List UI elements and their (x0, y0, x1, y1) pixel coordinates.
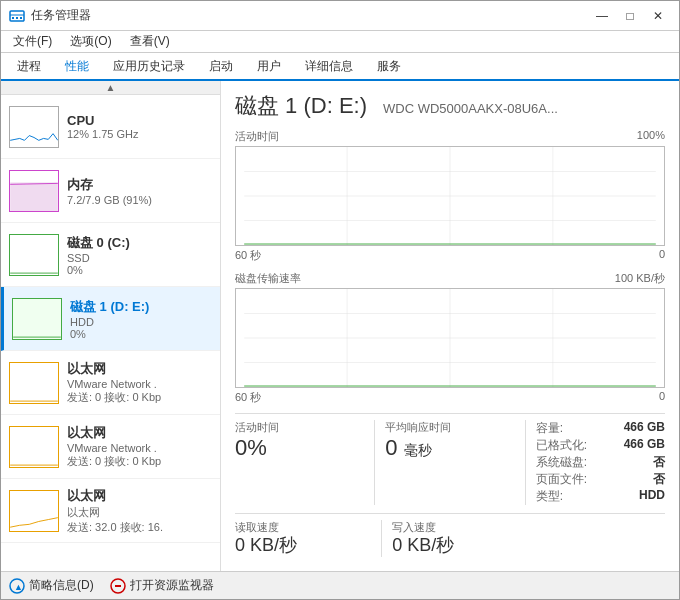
menu-view[interactable]: 查看(V) (122, 31, 178, 52)
net3-sub2: 发送: 32.0 接收: 16. (67, 520, 212, 535)
mem-info: 内存 7.2/7.9 GB (91%) (67, 176, 212, 206)
scroll-up-indicator[interactable]: ▲ (1, 81, 220, 95)
maximize-button[interactable]: □ (617, 6, 643, 26)
net1-info: 以太网 VMware Network . 发送: 0 接收: 0 Kbp (67, 360, 212, 405)
menu-options[interactable]: 选项(O) (62, 31, 119, 52)
net2-name: 以太网 (67, 424, 212, 442)
title-bar-left: 任务管理器 (9, 7, 91, 24)
activity-chart-footer: 60 秒 0 (235, 248, 665, 263)
system-label: 系统磁盘: (536, 454, 587, 471)
response-stat-label: 平均响应时间 (385, 420, 514, 435)
sidebar-item-net1[interactable]: 以太网 VMware Network . 发送: 0 接收: 0 Kbp (1, 351, 220, 415)
sidebar-item-disk1[interactable]: 磁盘 1 (D: E:) HDD 0% (1, 287, 220, 351)
net2-mini-chart (9, 426, 59, 468)
type-value: HDD (639, 488, 665, 505)
tab-startup[interactable]: 启动 (197, 54, 245, 81)
response-unit: 毫秒 (404, 442, 432, 458)
sidebar-item-memory[interactable]: 内存 7.2/7.9 GB (91%) (1, 159, 220, 223)
response-stat: 平均响应时间 0 毫秒 (374, 420, 514, 505)
disk0-name: 磁盘 0 (C:) (67, 234, 212, 252)
sidebar-item-net2[interactable]: 以太网 VMware Network . 发送: 0 接收: 0 Kbp (1, 415, 220, 479)
transfer-chart-section: 磁盘传输速率 100 KB/秒 (235, 271, 665, 405)
main-panel: 磁盘 1 (D: E:) WDC WD5000AAKX-08U6A... 活动时… (221, 81, 679, 571)
pagefile-value: 否 (653, 471, 665, 488)
content-area: ▲ CPU 12% 1.75 GHz (1, 81, 679, 571)
transfer-chart (235, 288, 665, 388)
monitor-label: 打开资源监视器 (130, 577, 214, 594)
activity-stat-value: 0% (235, 435, 364, 461)
tab-app-history[interactable]: 应用历史记录 (101, 54, 197, 81)
tab-details[interactable]: 详细信息 (293, 54, 365, 81)
formatted-value: 466 GB (624, 437, 665, 454)
type-label: 类型: (536, 488, 563, 505)
disk0-sub1: SSD (67, 252, 212, 264)
sidebar-item-net3[interactable]: 以太网 以太网 发送: 32.0 接收: 16. (1, 479, 220, 543)
net3-name: 以太网 (67, 487, 212, 505)
monitor-icon (110, 578, 126, 594)
svg-text:▲: ▲ (14, 582, 23, 592)
activity-chart (235, 146, 665, 246)
main-subtitle: WDC WD5000AAKX-08U6A... (383, 101, 558, 116)
menu-file[interactable]: 文件(F) (5, 31, 60, 52)
tab-process[interactable]: 进程 (5, 54, 53, 81)
net1-sub2: 发送: 0 接收: 0 Kbp (67, 390, 212, 405)
read-value: 0 KB/秒 (235, 535, 371, 557)
tab-users[interactable]: 用户 (245, 54, 293, 81)
mem-sub: 7.2/7.9 GB (91%) (67, 194, 212, 206)
net3-info: 以太网 以太网 发送: 32.0 接收: 16. (67, 487, 212, 535)
activity-label: 活动时间 (235, 129, 279, 144)
svg-rect-3 (16, 17, 18, 19)
title-bar: 任务管理器 — □ ✕ (1, 1, 679, 31)
close-button[interactable]: ✕ (645, 6, 671, 26)
write-value: 0 KB/秒 (392, 535, 528, 557)
cpu-mini-chart (9, 106, 59, 148)
activity-time: 60 秒 (235, 248, 261, 263)
disk1-sub1: HDD (70, 316, 212, 328)
transfer-max: 100 KB/秒 (615, 271, 665, 286)
transfer-chart-footer: 60 秒 0 (235, 390, 665, 405)
disk1-info: 磁盘 1 (D: E:) HDD 0% (70, 298, 212, 340)
title-controls: — □ ✕ (589, 6, 671, 26)
disk0-mini-chart (9, 234, 59, 276)
mem-name: 内存 (67, 176, 212, 194)
transfer-zero: 0 (659, 390, 665, 405)
net2-sub1: VMware Network . (67, 442, 212, 454)
svg-rect-4 (20, 17, 22, 19)
activity-zero: 0 (659, 248, 665, 263)
window-title: 任务管理器 (31, 7, 91, 24)
svg-rect-5 (10, 182, 58, 211)
spacer (529, 520, 665, 557)
summary-button[interactable]: ▲ 简略信息(D) (9, 577, 94, 594)
bottom-bar: ▲ 简略信息(D) 打开资源监视器 (1, 571, 679, 599)
net2-sub2: 发送: 0 接收: 0 Kbp (67, 454, 212, 469)
transfer-label: 磁盘传输速率 (235, 271, 301, 286)
response-stat-value: 0 毫秒 (385, 435, 514, 461)
monitor-button[interactable]: 打开资源监视器 (110, 577, 214, 594)
svg-rect-2 (12, 17, 14, 19)
net1-sub1: VMware Network . (67, 378, 212, 390)
activity-stat: 活动时间 0% (235, 420, 364, 505)
main-title: 磁盘 1 (D: E:) (235, 91, 367, 121)
summary-icon: ▲ (9, 578, 25, 594)
cpu-info: CPU 12% 1.75 GHz (67, 113, 212, 140)
activity-chart-section: 活动时间 100% (235, 129, 665, 263)
transfer-time: 60 秒 (235, 390, 261, 405)
disk1-name: 磁盘 1 (D: E:) (70, 298, 212, 316)
svg-rect-0 (10, 11, 24, 21)
read-stat: 读取速度 0 KB/秒 (235, 520, 371, 557)
read-label: 读取速度 (235, 520, 371, 535)
sidebar: ▲ CPU 12% 1.75 GHz (1, 81, 221, 571)
summary-label: 简略信息(D) (29, 577, 94, 594)
transfer-chart-header: 磁盘传输速率 100 KB/秒 (235, 271, 665, 286)
sidebar-item-cpu[interactable]: CPU 12% 1.75 GHz (1, 95, 220, 159)
disk-info-col: 容量: 466 GB 已格式化: 466 GB 系统磁盘: 否 页面文件: 否 (525, 420, 665, 505)
net1-name: 以太网 (67, 360, 212, 378)
write-stat: 写入速度 0 KB/秒 (381, 520, 528, 557)
minimize-button[interactable]: — (589, 6, 615, 26)
mem-mini-chart (9, 170, 59, 212)
net2-info: 以太网 VMware Network . 发送: 0 接收: 0 Kbp (67, 424, 212, 469)
tab-performance[interactable]: 性能 (53, 54, 101, 81)
sidebar-item-disk0[interactable]: 磁盘 0 (C:) SSD 0% (1, 223, 220, 287)
tab-services[interactable]: 服务 (365, 54, 413, 81)
net3-mini-chart (9, 490, 59, 532)
